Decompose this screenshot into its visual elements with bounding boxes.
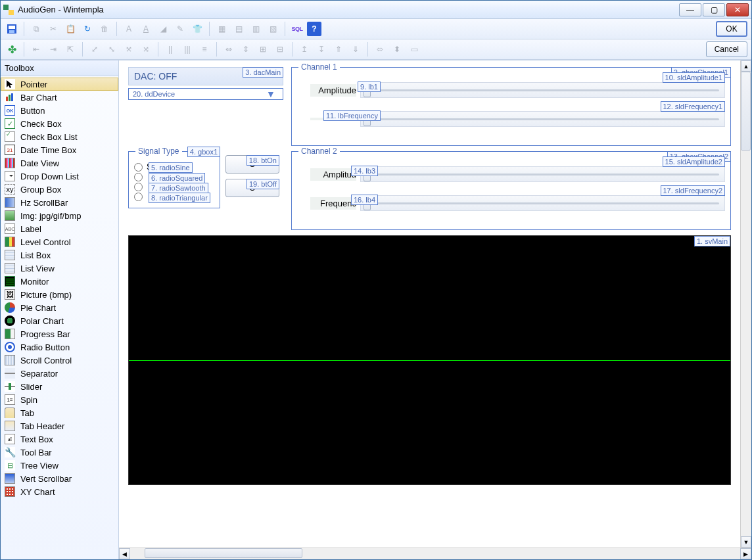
ok-button[interactable]: OK <box>716 21 747 37</box>
size1-icon[interactable]: ⬄ <box>373 42 387 57</box>
sql-icon[interactable]: SQL <box>290 22 304 36</box>
toolbox-item-vert-scrollbar[interactable]: Vert Scrollbar <box>1 472 118 485</box>
toolbox-item-button[interactable]: OKButton <box>1 104 118 117</box>
close-button[interactable]: ✕ <box>726 3 749 16</box>
font-bold-icon[interactable]: A <box>122 22 136 36</box>
space1-icon[interactable]: ⇔ <box>222 42 236 57</box>
delete-icon[interactable]: 🗑 <box>97 22 112 36</box>
toolbox-item-level-control[interactable]: Level Control <box>1 235 118 248</box>
toolbox-item-list-view[interactable]: List View <box>1 262 118 275</box>
order4-icon[interactable]: ⇓ <box>348 42 363 57</box>
dist3-icon[interactable]: ≡ <box>197 42 212 57</box>
signal-radio[interactable] <box>134 163 143 172</box>
signal-type-groupbox[interactable]: Signal Type 4. gbox1 Si5. radioSine6. ra… <box>128 151 220 208</box>
horizontal-scrollbar[interactable]: ◀ ▶ <box>119 548 751 559</box>
maximize-button[interactable]: ▢ <box>703 3 725 16</box>
toolbox-item-picture-bmp-[interactable]: 🖼Picture (bmp) <box>1 288 118 301</box>
toolbox-item-group-box[interactable]: xyGroup Box <box>1 183 118 196</box>
refresh-icon[interactable]: ↻ <box>80 22 95 36</box>
toolbox-item-tab-header[interactable]: Tab Header <box>1 419 118 432</box>
copy-icon[interactable]: ⧉ <box>29 22 43 36</box>
toolbox-item-monitor[interactable]: Monitor <box>1 275 118 288</box>
align4-icon[interactable]: ⤢ <box>87 42 102 57</box>
scroll-up-icon[interactable]: ▲ <box>741 60 751 72</box>
shirt-icon[interactable]: 👕 <box>190 22 204 36</box>
toolbox-item-date-time-box[interactable]: 31Date Time Box <box>1 143 118 156</box>
toolbox-item-tool-bar[interactable]: 🔧Tool Bar <box>1 446 118 459</box>
toolbox-item-xy-chart[interactable]: XY Chart <box>1 485 118 498</box>
space2-icon[interactable]: ⇕ <box>239 42 253 57</box>
ch1-freq-slider[interactable]: 12. sldFrequency1 <box>360 111 725 127</box>
toolbox-item-tab[interactable]: Tab <box>1 406 118 419</box>
toolbox-item-slider[interactable]: Slider <box>1 380 118 393</box>
channel-1-groupbox[interactable]: Channel 1 2. gboxChannel1 Amplitude 9. l… <box>291 67 731 146</box>
dd-device[interactable]: 20. ddDevice ▼ <box>128 88 283 100</box>
paste-icon[interactable]: 📋 <box>63 22 78 36</box>
order2-icon[interactable]: ↧ <box>314 42 329 57</box>
space3-icon[interactable]: ⊞ <box>256 42 270 57</box>
align7-icon[interactable]: ⤨ <box>139 42 153 57</box>
align2-icon[interactable]: ⇥ <box>46 42 60 57</box>
scroll-down-icon[interactable]: ▼ <box>741 536 751 548</box>
scroll-right-icon[interactable]: ▶ <box>740 548 751 559</box>
toolbox-item-tree-view[interactable]: ⊟Tree View <box>1 459 118 472</box>
dist2-icon[interactable]: ||| <box>180 42 195 57</box>
toolbox-item-progress-bar[interactable]: Progress Bar <box>1 327 118 340</box>
toolbox-item-polar-chart[interactable]: Polar Chart <box>1 314 118 327</box>
help-icon[interactable]: ? <box>307 22 321 36</box>
order3-icon[interactable]: ⇑ <box>331 42 346 57</box>
toolbox-item-date-view[interactable]: Date View <box>1 156 118 170</box>
cut-icon[interactable]: ✂ <box>46 22 60 36</box>
toolbox-item-drop-down-list[interactable]: Drop Down List <box>1 170 118 183</box>
toolbox-item-pie-chart[interactable]: Pie Chart <box>1 301 118 314</box>
size3-icon[interactable]: ▭ <box>407 42 421 57</box>
toolbox-item-spin[interactable]: 1≡Spin <box>1 393 118 406</box>
cancel-button[interactable]: Cancel <box>706 41 747 57</box>
toolbox-item-check-box[interactable]: ✓Check Box <box>1 117 118 130</box>
toolbox-item-text-box[interactable]: aIText Box <box>1 432 118 446</box>
hscroll-thumb[interactable] <box>145 548 302 558</box>
scroll-left-icon[interactable]: ◀ <box>119 548 130 559</box>
space4-icon[interactable]: ⊟ <box>273 42 287 57</box>
dac-header[interactable]: DAC: OFF 3. dacMain <box>128 67 283 85</box>
vertical-scrollbar[interactable]: ▲ ▼ <box>740 60 751 548</box>
toolbox-item-check-box-list[interactable]: Check Box List <box>1 130 118 143</box>
align3-icon[interactable]: ⇱ <box>63 42 78 57</box>
arrange2-icon[interactable]: ▤ <box>231 22 246 36</box>
toolbox-item-separator[interactable]: Separator <box>1 367 118 380</box>
design-surface[interactable]: DAC: OFF 3. dacMain 20. ddDevice ▼ Chann… <box>119 60 740 548</box>
toolbox-item-label[interactable]: ABCLabel <box>1 222 118 235</box>
toolbox-item-list-box[interactable]: List Box <box>1 248 118 262</box>
signal-radio-row[interactable]: Si5. radioSine <box>134 162 214 172</box>
toolbox-item-hz-scrollbar[interactable]: Hz ScrollBar <box>1 196 118 209</box>
dist1-icon[interactable]: || <box>163 42 177 57</box>
minimize-button[interactable]: — <box>679 3 701 16</box>
order1-icon[interactable]: ↥ <box>297 42 312 57</box>
signal-radio-row[interactable]: 8. radioTriangular <box>134 193 214 201</box>
align1-icon[interactable]: ⇤ <box>29 42 43 57</box>
size2-icon[interactable]: ⬍ <box>390 42 404 57</box>
arrange3-icon[interactable]: ▥ <box>248 22 263 36</box>
signal-radio[interactable] <box>134 193 143 201</box>
toolbox-item-img-jpg-gif-bmp[interactable]: Img: jpg/gif/bmp <box>1 209 118 222</box>
signal-radio[interactable] <box>134 183 143 191</box>
ch1-amp-slider[interactable]: 10. sldAmplitude1 <box>360 82 725 98</box>
toolbox-item-radio-button[interactable]: Radio Button <box>1 340 118 354</box>
align5-icon[interactable]: ⤡ <box>105 42 119 57</box>
align6-icon[interactable]: ⤧ <box>122 42 136 57</box>
font-underline-icon[interactable]: A <box>139 22 153 36</box>
toolbox-item-scroll-control[interactable]: Scroll Control <box>1 354 118 367</box>
toolbox-item-pointer[interactable]: Pointer <box>1 78 118 91</box>
signal-radio-row[interactable]: 6. radioSquared <box>134 173 214 181</box>
channel-2-groupbox[interactable]: Channel 2 13. gboxChannel2 Amplitud 14. … <box>291 151 731 230</box>
fill-icon[interactable]: ◢ <box>156 22 170 36</box>
on-button[interactable]: O 18. btOn <box>225 155 279 174</box>
arrange1-icon[interactable]: ▦ <box>214 22 229 36</box>
ch2-freq-slider[interactable]: 17. sldFrequency2 <box>360 195 725 211</box>
signal-radio[interactable] <box>134 173 143 181</box>
signal-radio-row[interactable]: 7. radioSawtooth <box>134 183 214 191</box>
dropdown-arrow-icon[interactable]: ▼ <box>259 89 283 99</box>
waveform-viewer[interactable]: 1. svMain <box>128 235 731 485</box>
clover-icon[interactable]: ✤ <box>5 42 19 57</box>
save-icon[interactable] <box>5 22 19 36</box>
